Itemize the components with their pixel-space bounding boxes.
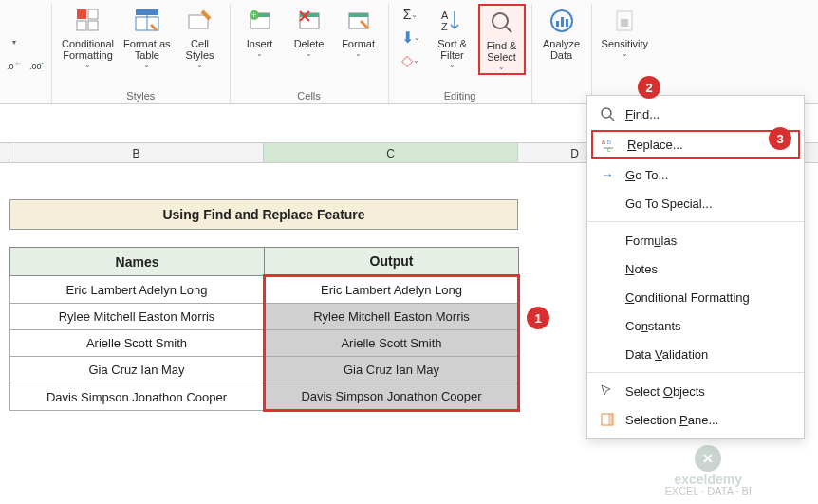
styles-group-label: Styles — [58, 88, 224, 103]
callout-badge-2: 2 — [638, 76, 660, 99]
svg-text:c: c — [607, 146, 611, 152]
sheet-title: Using Find and Replace Feature — [9, 199, 518, 230]
cell-names[interactable]: Arielle Scott Smith — [10, 330, 265, 357]
svg-text:→: → — [37, 59, 45, 67]
svg-rect-11 — [189, 15, 208, 28]
cells-group: + Insert ⌄ Delete ⌄ Format ⌄ Cells — [231, 4, 389, 103]
conditional-formatting-icon — [73, 6, 103, 36]
cell-output[interactable]: Arielle Scott Smith — [265, 330, 519, 357]
table-row: Arielle Scott Smith Arielle Scott Smith — [10, 330, 519, 357]
watermark: ✕ exceldemy EXCEL · DATA · BI — [665, 445, 753, 496]
menu-separator — [587, 372, 804, 373]
header-output[interactable]: Output — [265, 248, 519, 276]
svg-rect-6 — [77, 21, 86, 30]
svg-text:b: b — [607, 139, 611, 145]
col-header-c[interactable]: C — [264, 143, 518, 162]
menu-separator — [587, 221, 804, 222]
delete-button[interactable]: Delete ⌄ — [286, 4, 333, 60]
analysis-group: Analyze Data — [532, 4, 592, 103]
svg-rect-21 — [349, 13, 368, 17]
col-header-b[interactable]: B — [9, 143, 264, 162]
cell-styles-button[interactable]: Cell Styles ⌄ — [177, 4, 224, 71]
format-icon — [344, 6, 374, 36]
table-row: Davis Simpson Jonathon Cooper Davis Simp… — [10, 383, 519, 411]
svg-text:←: ← — [14, 59, 22, 67]
pane-icon — [599, 411, 616, 428]
svg-text:Z: Z — [441, 21, 448, 32]
format-button[interactable]: Format ⌄ — [335, 4, 382, 60]
cell-output[interactable]: Eric Lambert Adelyn Long — [265, 276, 519, 304]
menu-select-objects[interactable]: Select Objects — [587, 377, 804, 405]
table-row: Rylee Mitchell Easton Morris Rylee Mitch… — [10, 304, 519, 330]
menu-find[interactable]: Find... — [587, 100, 804, 128]
fill-button[interactable]: ⬇ ⌄ — [395, 27, 427, 47]
svg-text:A: A — [441, 9, 449, 21]
clear-button[interactable]: ◇ ⌄ — [395, 49, 427, 70]
autosum-button[interactable]: Σ ⌄ — [395, 4, 427, 25]
svg-rect-31 — [621, 19, 628, 27]
editing-group: Σ ⌄ ⬇ ⌄ ◇ ⌄ AZ Sort & Filter ⌄ Find & Se… — [389, 4, 532, 103]
svg-text:+: + — [251, 10, 256, 20]
svg-rect-38 — [608, 414, 613, 425]
indent-group: ▾ .0← .00→ — [0, 4, 52, 103]
cell-output[interactable]: Rylee Mitchell Easton Morris — [265, 304, 519, 330]
svg-line-33 — [610, 117, 614, 121]
cursor-icon — [599, 383, 616, 400]
cell-output[interactable]: Davis Simpson Jonathon Cooper — [265, 383, 519, 411]
cell-names[interactable]: Gia Cruz Ian May — [10, 357, 265, 383]
sort-filter-button[interactable]: AZ Sort & Filter ⌄ — [429, 4, 476, 71]
delete-icon — [294, 6, 325, 36]
svg-point-24 — [493, 13, 508, 28]
find-select-icon — [487, 8, 517, 38]
data-table: Names Output Eric Lambert Adelyn Long Er… — [9, 247, 520, 412]
sensitivity-button: Sensitivity ⌄ — [598, 4, 653, 60]
format-as-table-button[interactable]: Format as Table ⌄ — [120, 4, 175, 71]
sensitivity-icon — [609, 6, 640, 36]
svg-text:.0: .0 — [7, 62, 14, 71]
svg-text:a: a — [602, 139, 605, 145]
dropdown-tiny[interactable]: ▾ — [4, 32, 25, 53]
cell-styles-icon — [185, 6, 215, 36]
conditional-formatting-button[interactable]: Conditional Formatting ⌄ — [58, 4, 118, 71]
svg-rect-27 — [556, 21, 559, 27]
decrease-decimal-icon[interactable]: .0← — [4, 55, 25, 76]
callout-badge-3: 3 — [769, 127, 791, 150]
menu-notes[interactable]: Notes — [587, 254, 804, 283]
table-header-row: Names Output — [10, 248, 519, 276]
svg-rect-29 — [566, 19, 568, 27]
cells-group-label: Cells — [236, 88, 382, 103]
analyze-data-icon — [547, 6, 577, 36]
svg-line-25 — [506, 27, 511, 32]
arrow-right-icon: → — [599, 166, 616, 183]
sort-filter-icon: AZ — [437, 6, 468, 36]
svg-rect-7 — [88, 21, 98, 30]
analyze-data-button[interactable]: Analyze Data — [538, 4, 586, 63]
editing-group-label: Editing — [395, 88, 526, 103]
replace-icon: abc — [601, 136, 618, 153]
cell-output[interactable]: Gia Cruz Ian May — [265, 357, 519, 383]
menu-conditional-formatting[interactable]: Conditional Formatting — [587, 283, 804, 311]
cell-names[interactable]: Davis Simpson Jonathon Cooper — [10, 383, 265, 411]
increase-decimal-icon[interactable]: .00→ — [27, 55, 47, 76]
callout-badge-1: 1 — [527, 307, 549, 329]
svg-rect-4 — [77, 9, 86, 19]
menu-formulas[interactable]: Formulas — [587, 226, 804, 254]
menu-goto-special[interactable]: Go To Special... — [587, 189, 804, 217]
menu-constants[interactable]: Constants — [587, 311, 804, 340]
insert-button[interactable]: + Insert ⌄ — [236, 4, 284, 60]
table-row: Gia Cruz Ian May Gia Cruz Ian May — [10, 357, 519, 383]
svg-point-32 — [602, 108, 611, 118]
search-icon — [599, 105, 616, 122]
menu-selection-pane[interactable]: Selection Pane... — [587, 405, 804, 434]
menu-data-validation[interactable]: Data Validation — [587, 340, 804, 368]
cell-names[interactable]: Rylee Mitchell Easton Morris — [10, 304, 265, 330]
menu-goto[interactable]: → Go To... — [587, 160, 804, 189]
table-row: Eric Lambert Adelyn Long Eric Lambert Ad… — [10, 276, 519, 304]
worksheet-content: Using Find and Replace Feature Names Out… — [9, 199, 520, 412]
ribbon: ▾ .0← .00→ Conditional Formatting ⌄ Form… — [0, 0, 818, 104]
watermark-logo-icon: ✕ — [695, 445, 721, 472]
svg-rect-5 — [88, 9, 98, 19]
find-select-button[interactable]: Find & Select ⌄ — [478, 4, 526, 75]
header-names[interactable]: Names — [10, 248, 265, 276]
cell-names[interactable]: Eric Lambert Adelyn Long — [10, 276, 265, 304]
